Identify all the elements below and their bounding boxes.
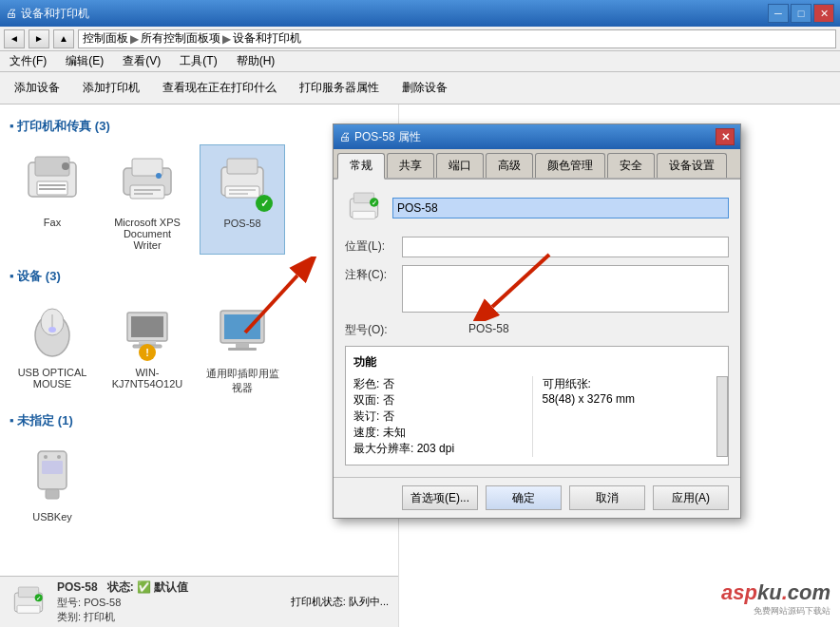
fax-label: Fax xyxy=(44,217,61,228)
svg-rect-9 xyxy=(134,189,161,191)
device-computer[interactable]: ! WIN-KJ7NT54O12U xyxy=(105,294,190,399)
device-monitor[interactable]: 通用即插即用监视器 xyxy=(200,294,285,399)
device-pos58[interactable]: ✓ POS-58 xyxy=(200,144,285,255)
comment-textarea[interactable] xyxy=(402,265,729,313)
preferences-button[interactable]: 首选项(E)... xyxy=(402,485,478,510)
dialog-content: ✓ 位置(L): 注释(C): xyxy=(334,180,740,477)
add-device-button[interactable]: 添加设备 xyxy=(4,75,70,102)
menu-tools[interactable]: 工具(T) xyxy=(174,51,222,71)
device-xps[interactable]: Microsoft XPS Document Writer xyxy=(105,144,190,255)
device-mouse[interactable]: USB OPTICAL MOUSE xyxy=(10,294,95,399)
svg-rect-27 xyxy=(236,343,249,348)
monitor-icon-wrap xyxy=(210,298,275,363)
svg-rect-41 xyxy=(353,211,375,218)
statusbar: ✓ POS-58 状态: ✅ 默认值 型号: POS-58 类别: 打印机 打印… xyxy=(0,576,398,627)
device-usbkey[interactable]: USBKey xyxy=(10,439,95,526)
dialog-close-button[interactable]: ✕ xyxy=(716,128,735,145)
svg-rect-8 xyxy=(130,185,164,199)
tab-advanced[interactable]: 高级 xyxy=(486,153,533,178)
printer-name-input[interactable] xyxy=(392,198,729,218)
features-title: 功能 xyxy=(353,354,720,370)
svg-rect-22 xyxy=(131,316,163,337)
view-printing-button[interactable]: 查看现在正在打印什么 xyxy=(152,75,287,102)
svg-text:✓: ✓ xyxy=(372,200,377,206)
statusbar-model: 型号: POS-58 xyxy=(57,596,188,610)
print-server-button[interactable]: 打印服务器属性 xyxy=(289,75,390,102)
printer-name-row: ✓ xyxy=(345,191,729,225)
close-window-button[interactable]: ✕ xyxy=(813,4,834,23)
tab-sharing[interactable]: 共享 xyxy=(387,153,434,178)
sep1: ▶ xyxy=(130,32,139,46)
maximize-button[interactable]: □ xyxy=(791,4,811,23)
minimize-button[interactable]: ─ xyxy=(768,4,789,23)
up-button[interactable]: ▲ xyxy=(53,29,74,48)
ok-button[interactable]: 确定 xyxy=(486,485,562,510)
svg-rect-31 xyxy=(42,461,63,474)
comment-label: 注释(C): xyxy=(345,265,402,283)
scrollbar[interactable] xyxy=(716,376,728,457)
tab-device-settings[interactable]: 设备设置 xyxy=(657,153,727,178)
statusbar-device-name: POS-58 状态: ✅ 默认值 xyxy=(57,580,188,596)
properties-dialog: 🖨 POS-58 属性 ✕ 常规 共享 端口 高级 颜色管理 安全 设备设置 xyxy=(333,124,741,519)
mouse-icon-wrap xyxy=(20,298,85,363)
add-printer-button[interactable]: 添加打印机 xyxy=(72,75,150,102)
statusbar-printer-icon: ✓ xyxy=(10,583,48,621)
sep2: ▶ xyxy=(222,32,231,46)
cancel-button[interactable]: 取消 xyxy=(569,485,645,510)
location-input[interactable] xyxy=(402,237,729,257)
fax-icon xyxy=(24,155,81,206)
forward-button[interactable]: ► xyxy=(29,29,49,48)
main-content: ▪ 打印机和传真 (3) Fax xyxy=(0,104,840,627)
menu-edit[interactable]: 编辑(E) xyxy=(60,51,109,71)
svg-point-11 xyxy=(156,173,162,179)
model-section: 型号(O): POS-58 xyxy=(345,322,729,338)
usbkey-label: USBKey xyxy=(32,511,72,522)
statusbar-print-state: 打印机状态: 队列中... xyxy=(291,595,389,609)
features-right: 可用纸张: 58(48) x 3276 mm xyxy=(532,376,721,457)
staple-row: 装订: 否 xyxy=(353,408,532,425)
dialog-icon: 🖨 xyxy=(339,130,351,143)
svg-rect-3 xyxy=(39,184,66,186)
toolbar: 添加设备 添加打印机 查看现在正在打印什么 打印服务器属性 删除设备 xyxy=(0,72,840,104)
device-fax[interactable]: Fax xyxy=(10,144,95,255)
model-row: 型号(O): POS-58 xyxy=(345,322,729,338)
svg-rect-30 xyxy=(46,489,59,499)
xps-label: Microsoft XPS Document Writer xyxy=(108,217,186,251)
dialog-tabs: 常规 共享 端口 高级 颜色管理 安全 设备设置 xyxy=(334,149,740,180)
features-left: 彩色: 否 双面: 否 装订: 否 速度: 未知 最大分辨率: 203 dpi xyxy=(353,376,532,457)
xps-icon-wrap xyxy=(115,148,180,213)
mouse-label: USB OPTICAL MOUSE xyxy=(13,367,91,390)
color-row: 彩色: 否 xyxy=(353,376,532,392)
computer-label: WIN-KJ7NT54O12U xyxy=(108,367,186,390)
back-button[interactable]: ◄ xyxy=(4,29,25,48)
window-title: 设备和打印机 xyxy=(21,6,768,22)
svg-point-33 xyxy=(57,455,61,459)
tab-color-mgmt[interactable]: 颜色管理 xyxy=(535,153,605,178)
computer-warn-icon: ! xyxy=(139,344,156,361)
paper-label: 可用纸张: xyxy=(543,376,721,392)
menu-help[interactable]: 帮助(H) xyxy=(231,51,281,71)
delete-device-button[interactable]: 删除设备 xyxy=(391,75,458,102)
svg-rect-15 xyxy=(229,189,256,191)
svg-text:✓: ✓ xyxy=(36,596,41,601)
status-badge: 状态: ✅ 默认值 xyxy=(107,580,189,594)
tab-security[interactable]: 安全 xyxy=(607,153,655,178)
features-content: 彩色: 否 双面: 否 装订: 否 速度: 未知 最大分辨率: 203 dpi … xyxy=(353,376,720,457)
location-label: 位置(L): xyxy=(345,237,402,255)
address-path[interactable]: 控制面板 ▶ 所有控制面板项 ▶ 设备和打印机 xyxy=(78,29,836,48)
tab-general[interactable]: 常规 xyxy=(337,153,385,180)
watermark: aspku.com 免费网站源码下载站 xyxy=(721,580,830,618)
apply-button[interactable]: 应用(A) xyxy=(653,485,729,510)
comment-row: 注释(C): xyxy=(345,265,729,313)
usbkey-icon-wrap xyxy=(20,443,85,507)
menu-file[interactable]: 文件(F) xyxy=(4,51,52,71)
svg-point-5 xyxy=(62,162,69,170)
speed-row: 速度: 未知 xyxy=(353,425,532,441)
svg-rect-28 xyxy=(228,348,257,351)
menu-view[interactable]: 查看(V) xyxy=(117,51,166,71)
watermark-sub: 免费网站源码下载站 xyxy=(721,605,830,618)
tab-ports[interactable]: 端口 xyxy=(436,153,484,178)
svg-rect-26 xyxy=(224,314,260,339)
dialog-title: POS-58 属性 xyxy=(354,129,716,145)
dialog-titlebar: 🖨 POS-58 属性 ✕ xyxy=(334,124,740,149)
